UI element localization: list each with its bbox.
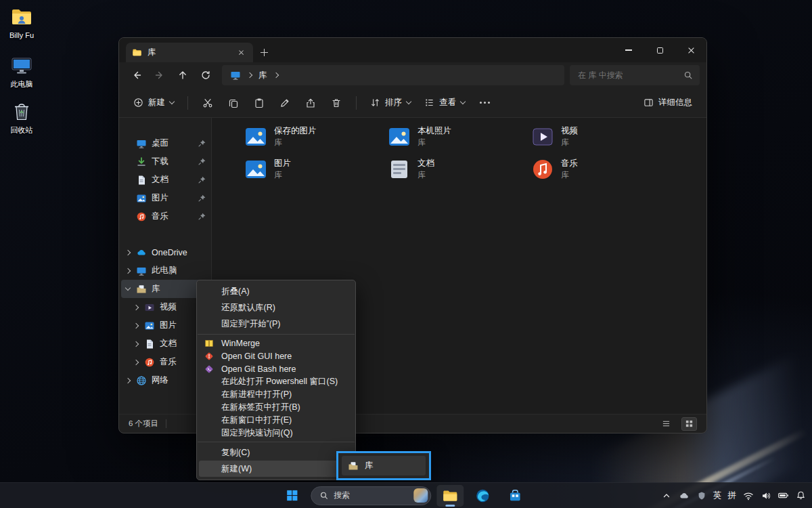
up-button[interactable] — [172, 65, 194, 85]
toolbar-separator — [187, 96, 188, 110]
start-button[interactable] — [278, 485, 305, 507]
menu-item-open-new-process[interactable]: 在新进程中打开(P) — [197, 388, 355, 401]
list-view-button[interactable] — [658, 417, 674, 431]
delete-button[interactable] — [324, 92, 348, 114]
library-item-saved-pictures[interactable]: 保存的图片库 — [240, 123, 376, 150]
onedrive-tray-icon[interactable] — [678, 490, 690, 501]
menu-item-new[interactable]: 新建(W) — [199, 461, 353, 477]
desktop-icon-recycle-bin[interactable]: 回收站 — [1, 100, 42, 135]
taskbar-store[interactable] — [501, 485, 528, 507]
sidebar-item-documents[interactable]: 文档 — [119, 171, 211, 189]
music-icon — [136, 211, 147, 222]
maximize-button[interactable] — [644, 38, 675, 62]
sidebar-section-gap — [119, 226, 211, 243]
menu-item-open-new-tab[interactable]: 在新标签页中打开(B) — [197, 401, 355, 414]
breadcrumb-segment[interactable]: 库 — [258, 70, 267, 81]
large-icons-view-icon — [685, 419, 694, 428]
desktop-icon-user-folder[interactable]: Billy Fu — [1, 5, 42, 40]
new-button[interactable]: 新建 — [127, 92, 180, 114]
edge-icon — [475, 488, 490, 503]
details-pane-icon — [644, 98, 654, 108]
sidebar-item-onedrive[interactable]: OneDrive — [119, 243, 211, 261]
hidden-icons-button[interactable] — [660, 490, 672, 501]
breadcrumb[interactable]: 库 — [222, 65, 564, 85]
chevron-right-icon — [133, 304, 139, 310]
security-tray-icon[interactable] — [696, 490, 707, 501]
menu-item-open-new-window[interactable]: 在新窗口中打开(E) — [197, 414, 355, 427]
chevron-right-icon — [133, 322, 139, 328]
minimize-icon — [625, 49, 632, 50]
new-tab-button[interactable] — [253, 43, 275, 62]
large-icons-view-button[interactable] — [681, 417, 697, 431]
search-highlight-thumbnail — [413, 488, 428, 503]
back-button[interactable] — [126, 65, 148, 85]
submenu-item-library[interactable]: 库 — [342, 456, 426, 475]
pictures-library-icon — [244, 158, 267, 181]
search-box[interactable] — [570, 65, 700, 85]
ime-language-indicator[interactable]: 拼 — [728, 490, 737, 501]
menu-item-git-bash[interactable]: Open Git Bash here — [197, 362, 355, 375]
chevron-down-icon — [406, 99, 411, 104]
library-item-documents[interactable]: 文档库 — [384, 156, 519, 183]
view-button[interactable]: 查看 — [418, 92, 471, 114]
rename-icon — [279, 98, 290, 108]
list-view-icon — [662, 419, 671, 428]
library-item-pictures[interactable]: 图片库 — [240, 156, 376, 183]
menu-item-git-gui[interactable]: Open Git GUI here — [197, 350, 355, 362]
ime-mode-indicator[interactable]: 英 — [713, 490, 722, 501]
menu-item-pin-to-start[interactable]: 固定到“开始”(P) — [197, 316, 355, 332]
taskbar-search[interactable]: 搜索 — [311, 486, 431, 505]
address-bar: 库 — [119, 62, 706, 88]
tab-close-button[interactable] — [235, 47, 247, 59]
taskbar-edge[interactable] — [469, 485, 496, 507]
close-icon — [238, 50, 243, 55]
battery-icon[interactable] — [777, 490, 789, 501]
details-pane-button[interactable]: 详细信息 — [637, 92, 698, 114]
store-icon — [508, 488, 522, 503]
close-button[interactable] — [675, 38, 706, 62]
sidebar-item-downloads[interactable]: 下载 — [119, 152, 211, 171]
explorer-tab[interactable]: 库 — [126, 43, 253, 62]
menu-item-pin-to-quick-access[interactable]: 固定到快速访问(Q) — [197, 427, 355, 440]
library-item-music[interactable]: 音乐库 — [527, 156, 662, 183]
more-options-button[interactable] — [472, 92, 497, 114]
notification-bell-icon[interactable] — [795, 490, 807, 501]
new-button-label: 新建 — [148, 97, 165, 108]
menu-item-copy[interactable]: 复制(C) — [197, 444, 355, 461]
paste-button[interactable] — [247, 92, 271, 114]
sidebar-item-this-pc[interactable]: 此电脑 — [119, 261, 211, 280]
desktop-icon-this-pc[interactable]: 此电脑 — [1, 54, 42, 89]
rename-button[interactable] — [273, 92, 297, 114]
library-icon — [136, 284, 147, 295]
windows-logo-icon — [286, 489, 298, 502]
sidebar-item-music[interactable]: 音乐 — [119, 207, 211, 226]
network-icon — [136, 375, 147, 386]
menu-separator — [198, 334, 355, 335]
pictures-library-icon — [244, 125, 267, 148]
taskbar-file-explorer[interactable] — [436, 485, 464, 507]
new-plus-icon — [133, 98, 143, 108]
copy-button[interactable] — [221, 92, 246, 114]
menu-item-collapse[interactable]: 折叠(A) — [197, 283, 355, 299]
cut-button[interactable] — [196, 92, 220, 114]
menu-item-restore-default-libraries[interactable]: 还原默认库(R) — [197, 299, 355, 316]
sidebar-item-desktop[interactable]: 桌面 — [119, 134, 211, 152]
chevron-right-icon — [247, 72, 252, 78]
share-button[interactable] — [298, 92, 323, 114]
chevron-right-icon — [125, 377, 131, 383]
documents-icon — [136, 175, 147, 186]
sort-button[interactable]: 排序 — [364, 92, 417, 114]
forward-button[interactable] — [149, 65, 171, 85]
menu-item-winmerge[interactable]: WinMerge — [197, 337, 355, 350]
wifi-icon[interactable] — [742, 490, 754, 501]
library-grid: 保存的图片库 本机照片库 视频库 图片库 文档库 — [240, 123, 671, 183]
title-bar: 库 — [119, 38, 706, 62]
library-item-videos[interactable]: 视频库 — [527, 123, 662, 150]
refresh-button[interactable] — [195, 65, 217, 85]
menu-item-open-powershell[interactable]: 在此处打开 Powershell 窗口(S) — [197, 375, 355, 388]
minimize-button[interactable] — [613, 38, 644, 62]
search-input[interactable] — [578, 70, 678, 80]
library-item-camera-roll[interactable]: 本机照片库 — [384, 123, 519, 150]
volume-icon[interactable] — [760, 490, 771, 501]
sidebar-item-pictures[interactable]: 图片 — [119, 189, 211, 207]
